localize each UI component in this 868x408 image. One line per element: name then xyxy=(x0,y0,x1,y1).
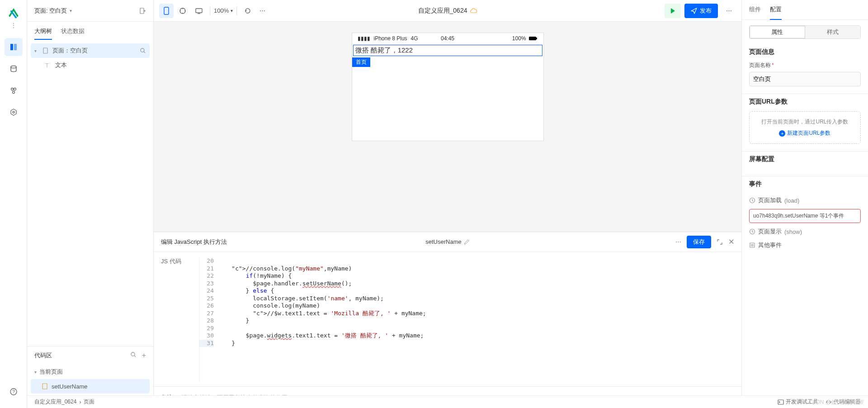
subtab-style[interactable]: 样式 xyxy=(805,26,861,38)
svg-rect-23 xyxy=(778,400,783,404)
clock-icon xyxy=(749,197,755,204)
svg-rect-11 xyxy=(43,48,47,53)
plus-icon: + xyxy=(779,130,785,137)
logo-menu-icon[interactable]: ⋮ xyxy=(10,22,17,29)
page-selector-label: 页面: 空白页 xyxy=(34,7,67,15)
tab-component[interactable]: 组件 xyxy=(749,0,761,20)
svg-point-4 xyxy=(14,88,16,90)
svg-point-2 xyxy=(11,66,16,68)
code-panel-title: 编辑 JavaScript 执行方法 xyxy=(161,238,227,246)
new-page-icon[interactable] xyxy=(139,7,146,14)
code-editor-panel: 编辑 JavaScript 执行方法 setUserName ⋯ 保存 ✕ JS… xyxy=(154,232,741,408)
phone-selection-tag[interactable]: 首页 xyxy=(352,57,370,67)
event-other[interactable]: 其他事件 xyxy=(749,238,861,252)
send-icon xyxy=(691,8,697,14)
top-toolbar: 100% ▾ ⋯ 自定义应用_0624 发布 ⋯ xyxy=(154,0,741,22)
section-title: 页面信息 xyxy=(749,48,861,56)
tree-text-row[interactable]: T 文本 xyxy=(31,58,150,72)
code-body-label: JS 代码 xyxy=(154,257,199,381)
chevron-down-icon: ▾ xyxy=(70,8,72,13)
code-editor[interactable]: 202122232425262728293031 "c">//console.l… xyxy=(199,257,741,381)
close-icon[interactable]: ✕ xyxy=(728,237,734,246)
expand-icon[interactable] xyxy=(717,239,723,245)
device-mobile-button[interactable] xyxy=(159,4,174,18)
svg-marker-6 xyxy=(11,109,16,115)
chevron-down-icon: ▾ xyxy=(34,48,40,53)
event-label: 页面加载 xyxy=(758,196,782,204)
search-icon[interactable] xyxy=(140,47,146,54)
add-url-label: 新建页面URL参数 xyxy=(787,129,830,137)
tab-outline-tree[interactable]: 大纲树 xyxy=(34,27,52,40)
page-selector[interactable]: 页面: 空白页 ▾ xyxy=(34,7,72,15)
svg-rect-19 xyxy=(536,38,537,39)
svg-rect-10 xyxy=(140,8,144,14)
line-gutter: 202122232425262728293031 xyxy=(199,257,217,381)
device-tablet-button[interactable] xyxy=(175,4,190,18)
code-lines[interactable]: "c">//console.log("myName",myName) if(!m… xyxy=(217,257,741,381)
preview-button[interactable] xyxy=(665,4,681,18)
zoom-selector[interactable]: 100% ▾ xyxy=(214,7,233,14)
chevron-down-icon: ▾ xyxy=(34,370,37,375)
crumb[interactable]: 自定义应用_0624 xyxy=(34,398,76,406)
text-icon: T xyxy=(45,62,52,69)
signal-icon: ▮▮▮▮ xyxy=(358,35,370,42)
clock-icon xyxy=(749,228,755,235)
svg-text:?: ? xyxy=(12,389,15,394)
event-handler-box[interactable]: uo7h483q9h.setUserName 等1个事件 xyxy=(749,209,861,223)
more-button[interactable]: ⋯ xyxy=(255,4,269,18)
dev-tools-button[interactable]: 开发调试工具 xyxy=(778,398,818,406)
toolbar-more-button[interactable]: ⋯ xyxy=(722,4,736,18)
svg-rect-1 xyxy=(14,44,17,50)
code-file-item[interactable]: setUserName xyxy=(31,379,150,394)
event-page-show[interactable]: 页面显示 (show) xyxy=(749,225,861,238)
svg-point-12 xyxy=(141,48,144,52)
left-panel-tabs: 大纲树 状态数据 xyxy=(27,22,153,40)
chevron-down-icon: ▾ xyxy=(231,8,233,13)
save-button[interactable]: 保存 xyxy=(687,236,711,248)
event-page-load[interactable]: 页面加载 (load) xyxy=(749,194,861,207)
rail-users[interactable] xyxy=(5,81,23,100)
tree-page-row[interactable]: ▾ 页面：空白页 xyxy=(31,43,150,58)
code-group-current-page[interactable]: ▾ 当前页面 xyxy=(31,365,150,379)
breadcrumb: 自定义应用_0624 › 页面 xyxy=(34,398,94,406)
tab-config[interactable]: 配置 xyxy=(770,0,782,20)
canvas-area[interactable]: ▮▮▮▮ iPhone 8 Plus 4G 04:45 100% 微搭 酷毙了，… xyxy=(154,22,741,232)
more-icon[interactable]: ⋯ xyxy=(675,238,681,245)
code-section-header: 代码区 + xyxy=(27,346,153,365)
page-name-label: 页面名称* xyxy=(749,62,861,69)
event-label: 页面显示 xyxy=(758,228,782,236)
code-method-name: setUserName xyxy=(425,238,461,245)
edit-icon[interactable] xyxy=(464,239,470,245)
search-icon[interactable] xyxy=(130,351,137,360)
phone-text-widget[interactable]: 微搭 酷毙了，1222 xyxy=(353,45,542,56)
code-editor-button[interactable]: 代码编辑器 xyxy=(826,398,861,406)
app-title: 自定义应用_0624 xyxy=(418,7,477,15)
code-file-name: setUserName xyxy=(52,383,87,390)
phone-battery: 100% xyxy=(512,35,526,42)
device-desktop-button[interactable] xyxy=(192,4,206,18)
rail-help[interactable]: ? xyxy=(5,383,23,401)
subtab-attribute[interactable]: 属性 xyxy=(750,26,805,38)
code-section-title: 代码区 xyxy=(34,351,52,360)
event-sub: (show) xyxy=(784,228,802,235)
right-panel-tabs: 组件 配置 xyxy=(742,0,868,20)
outline-tree: ▾ 页面：空白页 T 文本 xyxy=(27,40,153,346)
rail-pages[interactable] xyxy=(5,38,23,56)
add-url-param-button[interactable]: + 新建页面URL参数 xyxy=(779,129,830,137)
tab-state-data[interactable]: 状态数据 xyxy=(61,27,85,40)
svg-rect-15 xyxy=(164,7,169,14)
phone-network: 4G xyxy=(411,35,418,42)
crumb[interactable]: 页面 xyxy=(84,398,94,406)
section-url-params: 页面URL参数 打开当前页面时，通过URL传入参数 + 新建页面URL参数 xyxy=(742,94,868,152)
rail-settings[interactable] xyxy=(5,103,23,121)
section-screen-config: 屏幕配置 xyxy=(742,152,868,176)
zoom-value: 100% xyxy=(214,7,229,14)
rail-data[interactable] xyxy=(5,60,23,78)
page-name-input[interactable] xyxy=(749,72,861,86)
add-icon[interactable]: + xyxy=(142,351,146,360)
page-selector-header: 页面: 空白页 ▾ xyxy=(27,0,153,22)
code-icon xyxy=(826,399,832,405)
section-page-info: 页面信息 页面名称* xyxy=(742,44,868,94)
publish-button[interactable]: 发布 xyxy=(684,4,718,18)
refresh-button[interactable] xyxy=(241,4,255,18)
